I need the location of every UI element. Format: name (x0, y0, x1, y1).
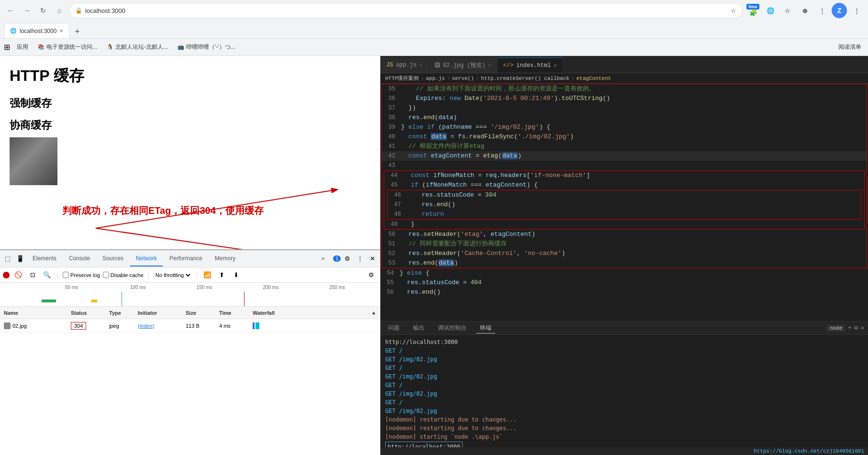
term-line-11: [nodemon] restarting due to changes... (385, 424, 863, 433)
line-content: res.end() (398, 288, 868, 297)
search-button[interactable]: 🔍 (41, 269, 53, 281)
initiator-link[interactable]: (index) (138, 323, 154, 329)
tab-memory[interactable]: Memory (209, 251, 241, 266)
line-content: const ifNoneMatch = req.headers['if-none… (401, 171, 864, 180)
disable-cache-label: Disable cache (111, 272, 144, 278)
tab-close-button[interactable]: ✕ (59, 28, 63, 33)
line-number: 39 (382, 122, 399, 132)
devtools-device-button[interactable]: 📱 (14, 253, 26, 265)
code-line-35: 35 // 如果没有到下面设置的时间，那么缓存的资源是一直有效的。 (382, 84, 867, 94)
bookmark-byren[interactable]: 🐧 北邮人论坛-北邮人... (104, 42, 171, 52)
plus-icon[interactable]: + (848, 325, 851, 332)
profile-button[interactable]: Z (832, 3, 847, 18)
devtools-more-button[interactable]: ⋮ (354, 253, 366, 265)
row-status: 304 (69, 323, 107, 329)
record-button[interactable] (3, 272, 10, 278)
devtools-settings-button[interactable]: ⚙ (342, 253, 353, 265)
disable-cache-checkbox[interactable]: Disable cache (103, 272, 144, 278)
tab-elements[interactable]: Elements (27, 251, 62, 266)
row-size: 113 B (184, 323, 217, 329)
code-line-55: 55 res.statusCode = 404 (380, 278, 868, 288)
terminal-boxed-section: http://localhost:3000 GET / GET /img/02.… (385, 442, 463, 447)
clear-button[interactable]: 🚫 (12, 269, 24, 281)
code-line-43: 43 (382, 161, 867, 170)
disable-cache-input[interactable] (103, 272, 109, 278)
tab-favicon: 🌐 (10, 28, 17, 34)
back-button[interactable]: ← (4, 4, 17, 17)
menu-button[interactable]: ⋮ (849, 3, 864, 18)
tab-debug-console[interactable]: 调试控制台 (434, 323, 470, 333)
tab-close-icon[interactable]: ✕ (488, 62, 491, 68)
bottom-link[interactable]: https://blog.csdn.net/czj1049561601 (380, 447, 868, 455)
tab-close-icon[interactable]: ✕ (554, 63, 556, 68)
preserve-log-label: Preserve log (70, 272, 100, 278)
tab-terminal[interactable]: 终端 (476, 323, 495, 333)
sync-button[interactable]: ⊕ (797, 3, 812, 18)
split-icon[interactable]: ⊟ (855, 324, 858, 332)
bookmark-button[interactable]: ☆ (780, 3, 795, 18)
tab-sources[interactable]: Sources (97, 251, 129, 266)
new-badge-wrap: New 🧩 (746, 3, 761, 18)
browser-tabs: 🌐 localhost:3000 ✕ + (0, 21, 868, 38)
bookmark-favicon: 📺 (178, 44, 184, 50)
home-button[interactable]: ⌂ (53, 4, 66, 17)
bc-callback[interactable]: http.createServer() callback (481, 76, 569, 81)
bookmark-bilibili[interactable]: 📺 哔哩哔哩（'-'）つ... (175, 42, 238, 52)
active-tab[interactable]: 🌐 localhost:3000 ✕ (4, 23, 69, 38)
line-content: return (405, 210, 861, 219)
line-content: // 如果没有到下面设置的时间，那么缓存的资源是一直有效的。 (399, 84, 867, 94)
bc-sep-1: › (421, 76, 424, 81)
forward-button[interactable]: → (20, 4, 33, 17)
line-number: 55 (380, 278, 398, 288)
row-initiator: (index) (136, 323, 184, 329)
line-content: const data = fs.readFileSync('./img/02.j… (399, 132, 867, 142)
close-terminal-icon[interactable]: ✕ (861, 324, 864, 332)
code-editor[interactable]: 35 // 如果没有到下面设置的时间，那么缓存的资源是一直有效的。 36 Exp… (380, 84, 868, 321)
upload-button[interactable]: ⬆ (216, 269, 228, 281)
node-label: node (827, 325, 845, 332)
reload-button[interactable]: ↻ (36, 4, 50, 17)
tab-problems[interactable]: 问题 (384, 323, 403, 333)
tab-close-icon[interactable]: ✕ (420, 62, 423, 68)
line-number: 49 (384, 220, 401, 229)
bc-serve[interactable]: serve() (452, 76, 474, 81)
vscode-tabs: JS app.js ✕ 🖼 02.jpg (预览) ✕ </> index.ht… (380, 56, 868, 73)
bc-http-cache[interactable]: HTTP缓存案例 (385, 75, 419, 82)
tab-network[interactable]: Network (130, 251, 163, 266)
code-line-41: 41 // 根据文件内容计算etag (382, 142, 867, 151)
vscode-tab-appjs[interactable]: JS app.js ✕ (380, 57, 429, 73)
bookmark-zy[interactable]: 📚 电子资源统一访问... (35, 42, 100, 52)
download-button[interactable]: ⬇ (231, 269, 242, 281)
table-row[interactable]: 02.jpg 304 jpeg (index) 113 B 4 ms (0, 319, 380, 333)
reading-list[interactable]: 阅读清单 (835, 42, 864, 52)
preserve-log-checkbox[interactable]: Preserve log (63, 272, 100, 278)
devtools-toolbar: 🚫 ⊡ 🔍 Preserve log Disable cache No thro… (0, 267, 380, 283)
tab-console[interactable]: Console (63, 251, 96, 266)
section-title-2: 协商缓存 (10, 118, 370, 133)
more-button[interactable]: ⋮ (814, 3, 830, 18)
filter-button[interactable]: ⊡ (27, 269, 38, 281)
col-initiator: Initiator (136, 310, 184, 316)
new-tab-button[interactable]: + (70, 25, 84, 38)
vscode-tab-02jpg[interactable]: 🖼 02.jpg (预览) ✕ (429, 57, 498, 73)
address-bar[interactable]: 🔒 localhost:3000 ☆ (69, 3, 743, 18)
preserve-log-input[interactable] (63, 272, 69, 278)
vscode-tab-index[interactable]: </> index.html ✕ (498, 57, 563, 73)
line-number: 38 (382, 113, 399, 122)
tab-more[interactable]: » (316, 251, 331, 266)
browser-actions: New 🧩 🌐 ☆ ⊕ ⋮ Z ⋮ (746, 3, 864, 18)
wifi-button[interactable]: 📶 (202, 269, 213, 281)
tab-output[interactable]: 输出 (409, 323, 428, 333)
devtools-panel: ⬚ 📱 Elements Console Sources Network Per… (0, 249, 380, 455)
throttle-select[interactable]: No throttling (154, 272, 192, 278)
line-number: 45 (384, 180, 401, 190)
network-settings-button[interactable]: ⚙ (366, 269, 377, 281)
bc-etag-content: etagContent (577, 76, 612, 81)
bookmark-label: 阅读清单 (838, 43, 861, 51)
devtools-inspect-button[interactable]: ⬚ (2, 253, 13, 265)
tab-performance[interactable]: Performance (164, 251, 208, 266)
bc-appjs[interactable]: app.js (426, 76, 445, 81)
chrome-icon[interactable]: 🌐 (763, 3, 778, 18)
bookmark-apps[interactable]: 应用 (14, 42, 31, 52)
devtools-close-button[interactable]: ✕ (367, 253, 378, 265)
